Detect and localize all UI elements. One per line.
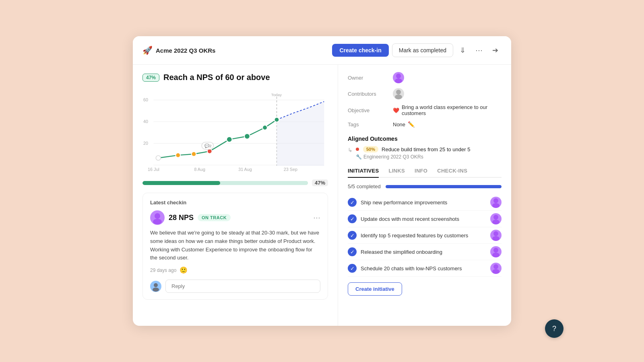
outcome-sub: 🔧 Engineering 2022 Q3 OKRs (356, 154, 470, 160)
svg-point-41 (492, 269, 500, 274)
check-icon-5: ✓ (348, 264, 357, 273)
help-icon: ? (552, 325, 556, 333)
outcome-arrow-icon: ↳ (348, 147, 353, 153)
svg-point-40 (493, 264, 498, 269)
objective-title-row: 47% Reach a NPS of 60 or above (142, 73, 328, 82)
header-title: Acme 2022 Q3 OKRs (156, 47, 215, 54)
initiatives-completed-row: 5/5 completed (348, 183, 502, 189)
objective-row: Objective ❤️ Bring a world class experie… (348, 104, 502, 116)
initiative-avatar-1 (490, 197, 502, 208)
svg-text:16 Jul: 16 Jul (148, 167, 159, 172)
reply-row (150, 280, 320, 293)
chart-area: 60 40 20 Today (142, 88, 328, 173)
objective-label: Objective (348, 107, 388, 113)
progress-fill (142, 181, 220, 185)
initiative-item-3: ✓ Identify top 5 requested features by c… (348, 227, 502, 244)
rocket-icon: 🚀 (142, 45, 153, 55)
checkin-more-button[interactable]: ⋯ (313, 213, 320, 222)
aligned-outcomes-title: Aligned Outcomes (348, 136, 502, 142)
contributors-label: Contributors (348, 91, 388, 97)
svg-text:💬2: 💬2 (204, 143, 211, 148)
svg-point-16 (227, 137, 232, 142)
contributors-value (393, 88, 404, 99)
check-icon-3: ✓ (348, 231, 357, 240)
completed-label: 5/5 completed (348, 183, 381, 189)
owner-row: Owner (348, 72, 502, 83)
initiative-avatar-3 (490, 230, 502, 241)
help-button[interactable]: ? (545, 319, 564, 338)
check-icon-2: ✓ (348, 214, 357, 223)
svg-point-27 (153, 288, 159, 292)
more-options-button[interactable]: ⋯ (472, 43, 486, 57)
svg-point-31 (395, 95, 402, 99)
tab-links[interactable]: LINKS (388, 168, 405, 178)
initiative-text-5: Schedule 20 chats with low-NPS customers (361, 265, 486, 272)
mark-completed-button[interactable]: Mark as completed (392, 43, 453, 57)
svg-text:40: 40 (143, 119, 148, 124)
emoji-reaction-button[interactable]: 🙂 (180, 266, 188, 274)
navigate-button[interactable]: ➔ (489, 43, 502, 57)
initiative-text-1: Ship new performance improvements (361, 200, 486, 206)
edit-tags-icon[interactable]: ✏️ (408, 121, 415, 128)
svg-text:20: 20 (143, 141, 148, 146)
outcome-text: Reduce build times from 25 to under 5 (382, 146, 470, 152)
svg-marker-9 (277, 101, 324, 166)
download-button[interactable]: ⇓ (456, 43, 469, 57)
svg-point-25 (153, 219, 162, 224)
svg-point-18 (262, 125, 267, 130)
svg-point-33 (492, 203, 500, 208)
checkin-text: We believe that we're going to be steady… (150, 229, 320, 262)
create-initiative-button[interactable]: Create initiative (348, 282, 402, 296)
owner-label: Owner (348, 75, 388, 81)
tab-initiatives[interactable]: INITIATIVES (348, 168, 379, 178)
checkin-label: Latest checkin (150, 200, 320, 206)
initiative-item-1: ✓ Ship new performance improvements (348, 194, 502, 211)
svg-text:31 Aug: 31 Aug (238, 167, 252, 172)
tab-checkins[interactable]: CHECK-INS (437, 168, 467, 178)
initiative-text-2: Update docs with most recent screenshots (361, 216, 486, 222)
tags-label: Tags (348, 121, 388, 128)
checkin-meta: 29 days ago 🙂 (150, 266, 320, 274)
initiative-text-4: Released the simplified onboarding (361, 249, 486, 255)
objective-value: ❤️ Bring a world class experience to our… (393, 104, 502, 116)
completed-progress-fill (386, 185, 502, 188)
progress-bar-row: 47% (142, 179, 328, 186)
checkin-nps: 28 NPS (169, 214, 194, 222)
svg-text:8 Aug: 8 Aug (194, 167, 205, 172)
checkin-date: 29 days ago (150, 267, 176, 273)
svg-text:Today: Today (271, 93, 282, 97)
svg-point-39 (492, 253, 500, 257)
initiative-avatar-5 (490, 263, 502, 274)
tags-row: Tags None ✏️ (348, 121, 502, 128)
tags-text: None (393, 121, 405, 128)
svg-point-38 (493, 248, 498, 253)
objective-text: Bring a world class experience to our cu… (402, 104, 502, 116)
svg-point-35 (492, 220, 500, 224)
initiative-avatar-2 (490, 213, 502, 224)
initiatives-list: ✓ Ship new performance improvements ✓ Up… (348, 194, 502, 277)
svg-point-30 (396, 90, 401, 95)
outcome-sub-text: Engineering 2022 Q3 OKRs (363, 154, 423, 160)
initiative-item-4: ✓ Released the simplified onboarding (348, 244, 502, 260)
tab-info[interactable]: INFO (415, 168, 427, 178)
svg-text:60: 60 (143, 97, 148, 102)
contributors-row: Contributors (348, 88, 502, 99)
tags-value: None ✏️ (393, 121, 415, 128)
svg-point-36 (493, 231, 498, 236)
header-title-area: 🚀 Acme 2022 Q3 OKRs (142, 45, 327, 55)
reply-input[interactable] (165, 280, 320, 293)
create-checkin-button[interactable]: Create check-in (332, 44, 388, 57)
initiative-item-5: ✓ Schedule 20 chats with low-NPS custome… (348, 260, 502, 277)
progress-pct-label: 47% (312, 179, 328, 186)
aligned-outcome-item: ↳ 50% Reduce build times from 25 to unde… (348, 146, 502, 160)
svg-point-12 (192, 152, 196, 156)
reply-avatar (150, 281, 161, 292)
objective-title: Reach a NPS of 60 or above (163, 73, 270, 82)
contributors-avatar (393, 88, 404, 99)
left-panel: 47% Reach a NPS of 60 or above 60 40 20 (133, 65, 338, 326)
svg-point-13 (207, 149, 212, 154)
svg-point-29 (395, 78, 402, 83)
svg-text:23 Sep: 23 Sep (284, 167, 297, 172)
checkin-avatar (150, 210, 165, 225)
main-card: 🚀 Acme 2022 Q3 OKRs Create check-in Mark… (133, 36, 511, 326)
